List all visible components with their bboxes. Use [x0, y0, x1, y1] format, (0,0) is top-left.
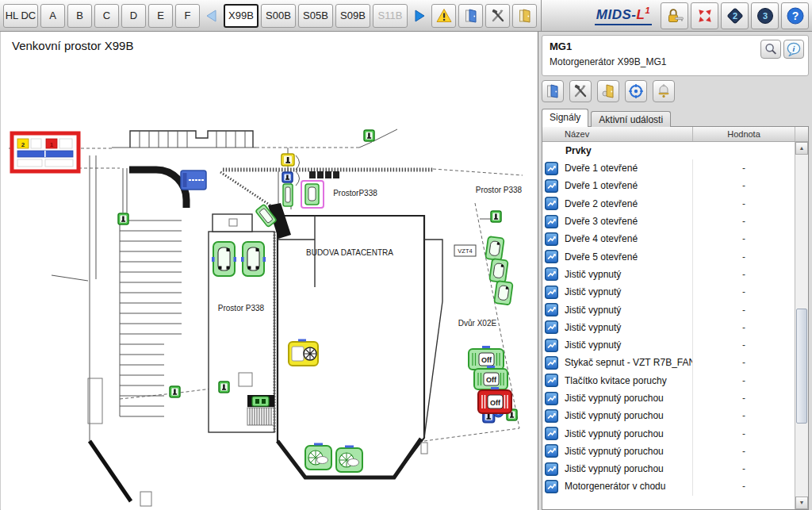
fan-off-device[interactable]: Off	[474, 366, 508, 389]
door-sensor-warning-icon[interactable]	[282, 154, 294, 166]
column-header-name[interactable]: Název	[542, 127, 692, 141]
yellow-door-icon	[517, 8, 533, 24]
signal-name: Dveře 4 otevřené	[558, 233, 692, 244]
collapse-button[interactable]	[691, 2, 718, 29]
vzt-device[interactable]	[252, 397, 269, 406]
signal-row[interactable]: Motorgenerátor v chodu-	[542, 477, 795, 495]
minimized-window-button[interactable]	[181, 171, 206, 190]
signal-row[interactable]: Dveře 1 otevřené-	[542, 159, 795, 177]
vzt-device[interactable]	[283, 184, 293, 206]
page-tab-s11b[interactable]: S11B	[373, 4, 408, 28]
archive-button[interactable]	[597, 80, 619, 102]
vzt-device[interactable]	[494, 281, 513, 305]
level2-button[interactable]: 2	[721, 2, 749, 29]
info-button[interactable]: i	[783, 40, 804, 59]
door-sensor-icon[interactable]	[118, 213, 128, 224]
trend-icon	[545, 356, 558, 370]
signal-row[interactable]: Jistič vypnutý-	[542, 336, 795, 354]
svg-text:3: 3	[762, 11, 767, 21]
signal-row[interactable]: Dveře 5 otevřené-	[542, 247, 795, 265]
signal-row[interactable]: Jistič vypnutý poruchou-	[542, 389, 795, 407]
page-tab-x99b[interactable]: X99B	[224, 4, 259, 28]
door-sensor-blue-icon[interactable]	[282, 172, 293, 182]
signal-row[interactable]: Jistič vypnutý-	[542, 319, 795, 336]
nav-button-e[interactable]: E	[148, 4, 173, 28]
vzt-device[interactable]	[489, 259, 508, 283]
level3-icon: 3	[756, 6, 775, 25]
alarms-button[interactable]	[431, 4, 456, 28]
fan-off-device[interactable]: Off	[469, 346, 504, 370]
signal-name: Dveře 3 otevřené	[558, 216, 692, 227]
detail-panel: MG1 Motorgenerátor X99B_MG1 i	[538, 32, 812, 510]
vzt-device[interactable]	[485, 236, 504, 261]
service-button[interactable]	[569, 80, 592, 102]
generator-device[interactable]	[212, 242, 236, 276]
nav-button-b[interactable]: B	[67, 4, 92, 28]
room-label-left: Prostor P338	[218, 304, 265, 313]
group-row[interactable]: Prvky	[542, 142, 795, 159]
door-sensor-icon[interactable]	[491, 211, 501, 222]
prev-page-button[interactable]	[202, 4, 221, 28]
trend-icon	[545, 215, 558, 228]
door-sensor-icon[interactable]	[364, 130, 374, 141]
open-detail-button[interactable]	[542, 80, 564, 102]
fan-device[interactable]	[336, 446, 362, 473]
collapse-arrows-icon	[696, 7, 714, 25]
signal-row[interactable]: Jistič vypnutý poruchou-	[542, 460, 795, 477]
door-sensor-icon[interactable]	[170, 386, 180, 397]
fan-off-alarm-device[interactable]: Off	[478, 387, 511, 413]
signal-row[interactable]: Dveře 2 otevřené-	[542, 195, 795, 213]
tab-signals[interactable]: Signály	[542, 109, 588, 127]
signal-name: Jistič vypnutý poruchou	[558, 463, 692, 474]
signal-value: -	[692, 195, 795, 213]
locate-button[interactable]	[625, 80, 647, 102]
fan-device[interactable]	[305, 443, 331, 470]
column-header-value[interactable]: Hodnota	[692, 127, 795, 141]
tools-button[interactable]	[485, 4, 510, 28]
signal-row[interactable]: Jistič vypnutý-	[542, 301, 795, 318]
nav-button-d[interactable]: D	[121, 4, 146, 28]
signal-row[interactable]: Dveře 1 otevřené-	[542, 177, 795, 194]
signal-row[interactable]: Stykač sepnut - VZT R7B_FAN-	[542, 354, 795, 371]
scroll-thumb[interactable]	[796, 309, 807, 424]
trend-icon	[545, 444, 558, 458]
lock-button[interactable]	[661, 2, 688, 29]
signal-name: Dveře 1 otevřené	[558, 163, 692, 174]
scroll-down-button[interactable]: ▼	[795, 497, 808, 509]
cooling-unit-warning[interactable]	[289, 339, 318, 366]
open-view-button[interactable]	[458, 4, 483, 28]
page-tab-s00b[interactable]: S00B	[261, 4, 296, 28]
tools-icon	[573, 83, 588, 99]
nav-button-c[interactable]: C	[94, 4, 119, 28]
zoom-to-object-button[interactable]	[760, 40, 781, 59]
scroll-up-button[interactable]: ▲	[795, 142, 808, 155]
signal-row[interactable]: Jistič vypnutý-	[542, 283, 795, 301]
signal-name: Dveře 2 otevřené	[558, 198, 692, 209]
mids-logo: MIDS-L1	[595, 6, 652, 25]
help-button[interactable]: ?	[781, 2, 809, 29]
alarm-summary[interactable]: 2 1	[12, 133, 79, 171]
nav-button-f[interactable]: F	[175, 4, 200, 28]
alarm-bell-button[interactable]	[653, 80, 675, 102]
vzt-device-selected[interactable]	[301, 181, 324, 208]
page-tab-s09b[interactable]: S09B	[335, 4, 370, 28]
signal-row[interactable]: Dveře 3 otevřené-	[542, 213, 795, 230]
signal-row[interactable]: Dveře 4 otevřené-	[542, 230, 795, 247]
next-page-button[interactable]	[410, 4, 429, 28]
signal-row[interactable]: Jistič vypnutý poruchou-	[542, 424, 795, 442]
nav-button-hldc[interactable]: HL DC	[3, 4, 38, 28]
page-tab-s05b[interactable]: S05B	[298, 4, 333, 28]
close-view-button[interactable]	[512, 4, 537, 28]
nav-button-a[interactable]: A	[40, 4, 65, 28]
generator-device[interactable]	[241, 242, 266, 276]
signal-row[interactable]: Jistič vypnutý-	[542, 266, 795, 283]
signal-row[interactable]: Jistič vypnutý poruchou-	[542, 407, 795, 424]
signal-name: Jistič vypnutý poruchou	[558, 446, 692, 457]
signal-row[interactable]: Jistič vypnutý poruchou-	[542, 443, 795, 460]
table-scrollbar[interactable]: ▲ ▼	[795, 142, 808, 509]
level3-button[interactable]: 3	[751, 2, 779, 29]
door-sensor-icon[interactable]	[219, 382, 229, 393]
signal-row[interactable]: Tlačítko kvitace poruchy-	[542, 372, 795, 389]
tab-active-events[interactable]: Aktivní události	[591, 111, 671, 127]
trend-icon	[545, 392, 558, 405]
